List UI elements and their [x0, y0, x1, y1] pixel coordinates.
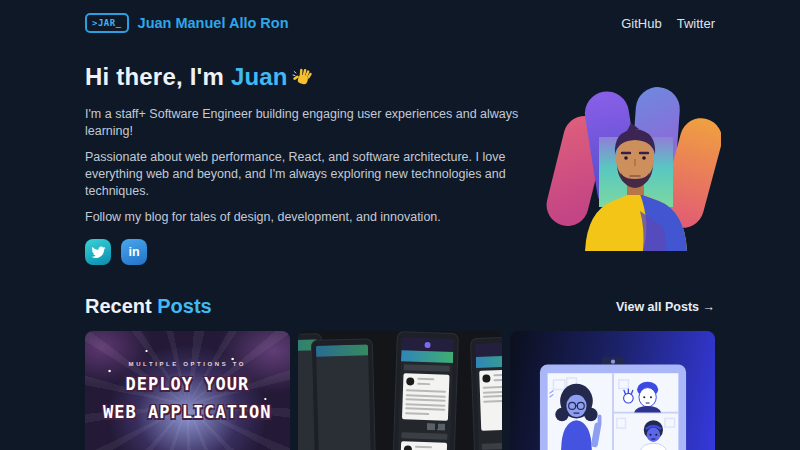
- page: >JAR_ Juan Manuel Allo Ron GitHub Twitte…: [0, 0, 800, 450]
- linkedin-icon[interactable]: in: [121, 239, 147, 265]
- post-cards-grid: MULTIPLE OPTIONS TO DEPLOY YOUR WEB APPL…: [85, 331, 715, 450]
- deploy-card-text: MULTIPLE OPTIONS TO DEPLOY YOUR WEB APPL…: [85, 331, 290, 423]
- avatar: [406, 377, 414, 385]
- phone-mockup: [392, 332, 458, 450]
- recent-posts-title-prefix: Recent: [85, 295, 157, 317]
- hero-section: Hi there, I'm Juan: [85, 63, 715, 265]
- recent-posts-title: Recent Posts: [85, 295, 212, 318]
- nav-github-link[interactable]: GitHub: [621, 16, 661, 31]
- post-card-video-call[interactable]: [510, 331, 715, 450]
- greeting-prefix: Hi there, I'm: [85, 63, 231, 90]
- social-links: in: [85, 239, 525, 265]
- tweet-card: [479, 369, 503, 431]
- hero-text: Hi there, I'm Juan: [85, 63, 525, 265]
- terminal-logo-icon: >JAR_: [85, 13, 129, 33]
- post-card-deploy-web-application[interactable]: MULTIPLE OPTIONS TO DEPLOY YOUR WEB APPL…: [85, 331, 290, 450]
- avatar: [482, 374, 490, 382]
- deploy-card-title-line2: WEB APPLICATION: [85, 402, 290, 423]
- hero-paragraph-2: Passionate about web performance, React,…: [85, 149, 525, 200]
- view-all-posts-link[interactable]: View all Posts →: [616, 300, 715, 314]
- site-name: Juan Manuel Allo Ron: [138, 15, 289, 31]
- post-card-mobile-app-screens[interactable]: [298, 331, 503, 450]
- hero-paragraph-1: I'm a staff+ Software Engineer building …: [85, 106, 525, 140]
- recent-posts-title-accent: Posts: [157, 295, 211, 317]
- twitter-icon[interactable]: [85, 239, 111, 265]
- wave-emoji-icon: [292, 66, 313, 87]
- tweet-card: [402, 373, 450, 421]
- greeting-name: Juan: [231, 63, 288, 90]
- header-nav: GitHub Twitter: [621, 16, 715, 31]
- site-header: >JAR_ Juan Manuel Allo Ron GitHub Twitte…: [85, 0, 715, 33]
- video-call-illustration: [513, 353, 713, 450]
- profile-illustration-svg: [527, 79, 721, 251]
- profile-illustration: [527, 79, 721, 251]
- app-logo-icon: [424, 341, 430, 347]
- hero-heading: Hi there, I'm Juan: [85, 63, 525, 91]
- avatar: [403, 445, 411, 450]
- phone-mockup: [471, 337, 503, 450]
- linkedin-label: in: [128, 245, 139, 259]
- recent-posts-header: Recent Posts View all Posts →: [85, 295, 715, 318]
- deploy-card-title-line1: DEPLOY YOUR: [85, 374, 290, 395]
- brand-link[interactable]: >JAR_ Juan Manuel Allo Ron: [85, 13, 289, 33]
- logo-text: >JAR_: [92, 18, 122, 28]
- phone-mockup: [311, 339, 375, 450]
- nav-twitter-link[interactable]: Twitter: [677, 16, 715, 31]
- deploy-card-kicker: MULTIPLE OPTIONS TO: [85, 361, 290, 367]
- hero-paragraph-3: Follow my blog for tales of design, deve…: [85, 209, 525, 226]
- tweet-card: [400, 441, 447, 450]
- recent-posts-section: Recent Posts View all Posts → MULTIPLE O…: [85, 295, 715, 450]
